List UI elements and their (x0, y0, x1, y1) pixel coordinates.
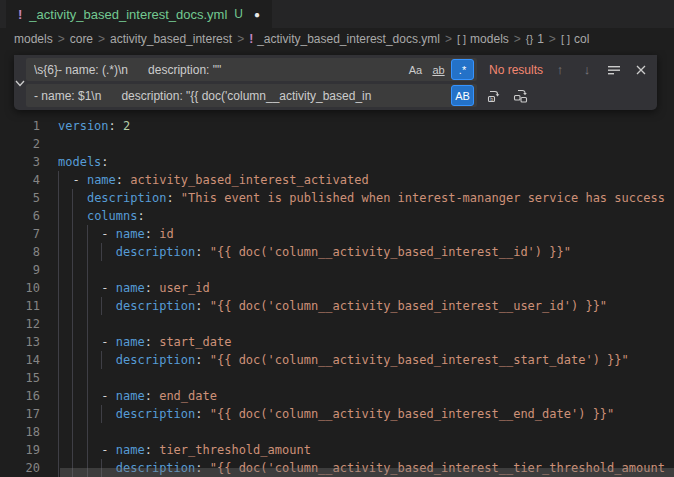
toggle-replace-button[interactable] (14, 55, 26, 110)
indent-guide (58, 243, 59, 261)
indent-guide (101, 297, 102, 315)
indent-guide (58, 207, 59, 225)
code-line[interactable]: description: "{{ doc('column__activity_b… (58, 351, 674, 369)
line-number: 9 (0, 261, 40, 279)
indent-guide (72, 405, 73, 423)
code-lines[interactable]: version: 2models: - name: activity_based… (58, 117, 674, 477)
indent-guide (87, 297, 88, 315)
code-line[interactable] (58, 369, 674, 387)
indent-guide (58, 189, 59, 207)
code-token: name (116, 281, 145, 295)
indent-guide (72, 351, 73, 369)
editor[interactable]: 1234567891011121314151617181920 version:… (0, 50, 674, 477)
code-line[interactable]: - name: start_date (58, 333, 674, 351)
preserve-case-button[interactable]: AB (451, 85, 474, 106)
svg-text:b: b (490, 95, 493, 101)
code-line[interactable] (58, 423, 674, 441)
code-token: : (137, 209, 144, 223)
breadcrumb-label: core (70, 32, 93, 46)
regex-button[interactable]: .* (451, 59, 474, 80)
code-token: description (116, 407, 195, 421)
code-line[interactable]: columns: (58, 207, 674, 225)
breadcrumb-item[interactable]: models (14, 32, 53, 46)
indent-guide (72, 225, 73, 243)
replace-all-button[interactable] (511, 86, 531, 106)
indent-guide (72, 189, 73, 207)
modified-dot-icon[interactable]: ● (254, 9, 260, 20)
code-token: name (87, 173, 116, 187)
previous-match-button[interactable]: ↑ (550, 60, 570, 80)
code-line[interactable] (58, 135, 674, 153)
breadcrumb-item[interactable]: !_activity_based_interest_docs.yml (249, 32, 440, 46)
code-line[interactable]: description: "{{ doc('column__activity_b… (58, 405, 674, 423)
chevron-right-icon: > (98, 32, 105, 46)
horizontal-scrollbar[interactable] (60, 468, 674, 477)
line-number: 18 (0, 423, 40, 441)
code-line[interactable]: description: "This event is published wh… (58, 189, 674, 207)
line-number: 8 (0, 243, 40, 261)
code-token: end_date (159, 389, 217, 403)
breadcrumb-label: 1 (537, 32, 544, 46)
code-token: : (145, 281, 159, 295)
line-number: 14 (0, 351, 40, 369)
indent-guide (58, 423, 59, 441)
code-token: id (159, 227, 173, 241)
close-button[interactable] (631, 60, 651, 80)
code-line[interactable]: description: "{{ doc('column__activity_b… (58, 297, 674, 315)
line-number: 7 (0, 225, 40, 243)
breadcrumb-item[interactable]: [ ]models (457, 32, 509, 46)
replace-all-icon (513, 88, 529, 104)
code-line[interactable]: models: (58, 153, 674, 171)
code-token: : (109, 119, 123, 133)
code-line[interactable] (58, 261, 674, 279)
indent-guide (58, 297, 59, 315)
indent-guide (101, 351, 102, 369)
close-icon (635, 64, 647, 76)
whole-word-button[interactable]: ab (428, 60, 449, 79)
breadcrumb-label: models (470, 32, 509, 46)
next-match-button[interactable]: ↓ (577, 60, 597, 80)
vscode-window: ! _activity_based_interest_docs.yml U ● … (0, 0, 674, 477)
breadcrumb-item[interactable]: [ ]col (561, 32, 590, 46)
code-line[interactable]: - name: user_id (58, 279, 674, 297)
code-token: : (166, 191, 180, 205)
indent-guide (58, 261, 59, 279)
code-line[interactable]: - name: id (58, 225, 674, 243)
code-line[interactable]: - name: tier_threshold_amount (58, 441, 674, 459)
indent-guide (101, 405, 102, 423)
find-input[interactable]: \s{6}- name: (.*)\n description: "" Aa a… (26, 58, 477, 81)
line-number: 15 (0, 369, 40, 387)
code-token: : (195, 407, 209, 421)
indent-guide (87, 279, 88, 297)
indent-guide (58, 405, 59, 423)
code-token: models (58, 155, 101, 169)
arrow-up-icon: ↑ (557, 62, 564, 77)
code-token: : (101, 155, 108, 169)
indent-guide (58, 351, 59, 369)
code-line[interactable]: - name: end_date (58, 387, 674, 405)
indent-guide (58, 279, 59, 297)
indent-guide (87, 315, 88, 333)
breadcrumb-item[interactable]: core (70, 32, 93, 46)
code-line[interactable]: description: "{{ doc('column__activity_b… (58, 243, 674, 261)
replace-button[interactable]: b (484, 86, 504, 106)
breadcrumb-label: col (574, 32, 589, 46)
code-token: : (116, 173, 130, 187)
breadcrumb-item[interactable]: {}1 (526, 32, 544, 46)
indent-guide (87, 243, 88, 261)
line-numbers: 1234567891011121314151617181920 (0, 117, 40, 477)
indent-guide (58, 333, 59, 351)
tab-activity-docs[interactable]: ! _activity_based_interest_docs.yml U ● (6, 0, 272, 28)
code-token: "{{ doc('column__activity_based_interest… (210, 407, 615, 421)
replace-input[interactable]: - name: $1\n description: "{{ doc('colum… (26, 84, 477, 107)
code-line[interactable]: - name: activity_based_interest_activate… (58, 171, 674, 189)
line-number: 19 (0, 441, 40, 459)
code-line[interactable] (58, 315, 674, 333)
yaml-file-icon: ! (249, 32, 253, 46)
find-in-selection-button[interactable] (604, 60, 624, 80)
breadcrumb-item[interactable]: activity_based_interest (110, 32, 232, 46)
match-case-button[interactable]: Aa (405, 60, 426, 79)
code-line[interactable]: version: 2 (58, 117, 674, 135)
code-token: 2 (123, 119, 130, 133)
code-token: : (145, 227, 159, 241)
